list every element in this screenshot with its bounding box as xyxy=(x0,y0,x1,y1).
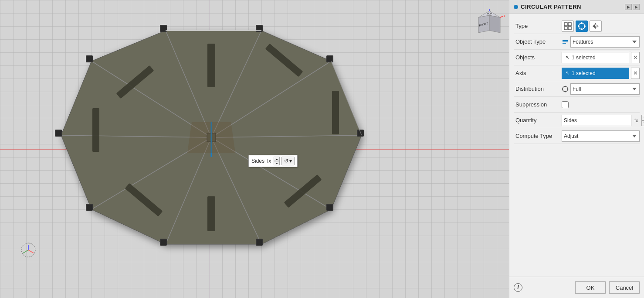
type-circular-btn[interactable] xyxy=(576,21,588,32)
svg-rect-48 xyxy=(568,23,571,26)
compute-type-row: Compute Type Adjust xyxy=(514,128,640,144)
distribution-row: Distribution Full xyxy=(514,81,640,97)
objects-label: Objects xyxy=(514,54,562,61)
svg-line-41 xyxy=(500,16,503,17)
objects-row: Objects ↖ 1 selected ✕ xyxy=(514,50,640,65)
floating-input-panel[interactable]: Sides fx ▲ ▼ ↺ ▾ xyxy=(248,155,298,167)
svg-line-45 xyxy=(28,250,34,253)
type-controls xyxy=(562,21,640,32)
svg-text:X: X xyxy=(504,14,505,18)
svg-rect-59 xyxy=(563,40,568,41)
ok-button[interactable]: OK xyxy=(575,281,606,294)
svg-rect-11 xyxy=(207,44,215,87)
quantity-spinner[interactable]: ▲ ▼ xyxy=(641,115,644,126)
spinner-up-btn[interactable]: ▲ xyxy=(274,157,280,161)
svg-rect-27 xyxy=(160,239,166,245)
svg-point-65 xyxy=(565,91,566,92)
rotate-btn[interactable]: ↺ ▾ xyxy=(281,157,295,165)
type-mirror-btn[interactable] xyxy=(590,21,602,32)
svg-point-63 xyxy=(565,86,566,87)
suppression-row: Suppression xyxy=(514,97,640,113)
svg-point-51 xyxy=(579,23,585,29)
svg-point-66 xyxy=(562,88,563,89)
svg-text:TOP: TOP xyxy=(487,12,492,15)
svg-marker-33 xyxy=(187,122,235,153)
axis-selected-text: 1 selected xyxy=(572,70,596,76)
floating-input-label: Sides xyxy=(251,158,264,164)
quantity-fx-label: fx xyxy=(633,118,640,123)
suppression-label: Suppression xyxy=(514,101,562,108)
object-type-select[interactable]: Features xyxy=(570,36,640,48)
floating-spinner[interactable]: ▲ ▼ xyxy=(274,157,280,165)
svg-rect-23 xyxy=(327,56,333,62)
distribution-label: Distribution xyxy=(514,86,562,92)
spinner-down-btn[interactable]: ▼ xyxy=(274,161,280,165)
svg-marker-57 xyxy=(593,24,595,28)
quantity-label: Quantity xyxy=(514,117,562,123)
object-type-row: Object Type Features xyxy=(514,34,640,50)
info-button[interactable]: i xyxy=(514,283,522,292)
distribution-select[interactable]: Full xyxy=(570,83,640,95)
svg-rect-25 xyxy=(327,204,333,210)
svg-point-62 xyxy=(563,86,568,92)
panel-footer: i OK Cancel xyxy=(509,277,644,298)
axis-clear-btn[interactable]: ✕ xyxy=(631,68,640,79)
rotate-icon: ↺ xyxy=(284,158,288,164)
svg-rect-61 xyxy=(563,43,566,44)
axis-selected-btn[interactable]: ↖ 1 selected xyxy=(562,68,629,79)
objects-selected-btn[interactable]: ↖ 1 selected xyxy=(562,52,629,63)
type-label: Type xyxy=(514,23,562,29)
compute-type-control[interactable]: Adjust xyxy=(562,130,640,142)
axis-cursor-icon: ↖ xyxy=(566,70,569,76)
compute-type-label: Compute Type xyxy=(514,133,562,139)
dropdown-arrow: ▾ xyxy=(289,158,292,164)
distribution-control[interactable]: Full xyxy=(562,83,640,95)
nav-cube[interactable]: TOP FRONT Z X xyxy=(474,9,505,39)
svg-rect-17 xyxy=(92,108,99,152)
svg-marker-36 xyxy=(489,15,500,33)
compute-type-select[interactable]: Adjust xyxy=(562,130,640,142)
floating-fx-label: fx xyxy=(267,158,271,164)
axis-indicator xyxy=(20,241,37,259)
panel-header-icons[interactable]: ▶ ▶ xyxy=(625,4,640,10)
svg-point-53 xyxy=(584,25,586,27)
type-row: Type xyxy=(514,18,640,34)
expand-icon[interactable]: ▶ xyxy=(625,4,632,10)
svg-rect-60 xyxy=(563,41,568,42)
viewport: Sides fx ▲ ▼ ↺ ▾ TOP FRONT Z xyxy=(0,0,509,298)
quantity-spinner-up[interactable]: ▲ xyxy=(641,115,644,120)
svg-point-55 xyxy=(578,25,580,27)
svg-rect-28 xyxy=(86,204,92,210)
expand-icon-2[interactable]: ▶ xyxy=(633,4,640,10)
object-type-control[interactable]: Features xyxy=(562,36,640,48)
objects-clear-btn[interactable]: ✕ xyxy=(631,52,640,63)
svg-rect-50 xyxy=(568,27,571,30)
quantity-input[interactable] xyxy=(562,115,631,126)
3d-shape xyxy=(13,22,414,279)
quantity-spinner-down[interactable]: ▼ xyxy=(641,120,644,126)
svg-rect-13 xyxy=(332,91,339,134)
circular-pattern-panel: CIRCULAR PATTERN ▶ ▶ Type xyxy=(509,0,644,298)
axis-row: Axis ↖ 1 selected ✕ xyxy=(514,65,640,81)
objects-control: ↖ 1 selected ✕ xyxy=(562,52,640,63)
objects-selected-text: 1 selected xyxy=(572,55,596,61)
panel-title-dot xyxy=(514,5,518,9)
svg-rect-30 xyxy=(86,56,92,62)
svg-rect-47 xyxy=(564,23,567,26)
distribution-icon xyxy=(562,86,569,92)
type-grid-btn[interactable] xyxy=(562,21,574,32)
suppression-checkbox[interactable] xyxy=(562,101,569,108)
quantity-row: Quantity fx ▲ ▼ xyxy=(514,113,640,128)
objects-cursor-icon: ↖ xyxy=(566,55,569,60)
svg-rect-49 xyxy=(564,27,567,30)
suppression-control[interactable] xyxy=(562,101,640,108)
object-type-label: Object Type xyxy=(514,38,562,45)
cancel-button[interactable]: Cancel xyxy=(609,281,640,294)
panel-body: Type xyxy=(509,14,644,277)
features-icon xyxy=(562,38,569,45)
svg-rect-24 xyxy=(357,130,363,136)
quantity-control[interactable]: fx ▲ ▼ xyxy=(562,115,644,126)
svg-point-52 xyxy=(581,22,583,24)
panel-title: CIRCULAR PATTERN xyxy=(521,3,581,10)
panel-header-left: CIRCULAR PATTERN xyxy=(514,3,581,10)
